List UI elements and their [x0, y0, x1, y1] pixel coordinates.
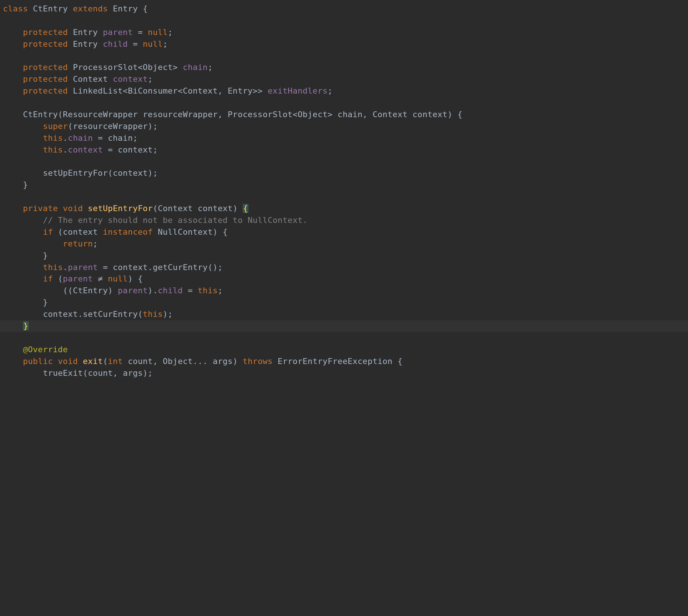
type-name: Context	[158, 204, 193, 213]
code-line: protected Entry child = null;	[0, 38, 688, 50]
keyword-super: super	[43, 122, 68, 131]
param-name: resourceWrapper	[143, 110, 218, 119]
arg-name: context	[113, 168, 148, 178]
field-name: exitHandlers	[268, 86, 328, 95]
vararg: ...	[193, 357, 208, 366]
method-name: setUpEntryFor	[88, 204, 153, 213]
keyword-this: this	[43, 263, 63, 272]
type-name: LinkedList	[73, 86, 123, 95]
code-line: private void setUpEntryFor(Context conte…	[0, 203, 688, 214]
keyword-int: int	[108, 357, 123, 366]
var-ref: chain	[108, 133, 133, 143]
operator-neq: ≠	[98, 274, 103, 283]
keyword-if: if	[43, 227, 53, 237]
type-name: Object	[298, 110, 327, 119]
code-line: if (context instanceof NullContext) {	[0, 226, 688, 238]
field-ref: context	[68, 145, 103, 154]
param-name: context	[413, 110, 448, 119]
type-name: ResourceWrapper	[63, 110, 138, 119]
blank-line	[0, 50, 688, 62]
code-line: ((CtEntry) parent).child = this;	[0, 285, 688, 297]
code-line: }	[0, 250, 688, 262]
blank-line	[0, 156, 688, 168]
type-name: Object	[143, 63, 173, 72]
keyword-throws: throws	[243, 357, 272, 366]
keyword-void: void	[63, 204, 83, 213]
field-ref: parent	[68, 263, 98, 272]
field-ref: parent	[63, 274, 93, 283]
keyword-null: null	[108, 274, 128, 283]
keyword-this: this	[43, 145, 63, 154]
param-name: count	[128, 357, 153, 366]
keyword-if: if	[43, 274, 53, 283]
code-line: protected LinkedList<BiConsumer<Context,…	[0, 85, 688, 97]
param-name: context	[198, 204, 233, 213]
keyword-protected: protected	[23, 74, 68, 84]
keyword-private: private	[23, 204, 58, 213]
code-line: if (parent ≠ null) {	[0, 273, 688, 285]
field-name: chain	[183, 63, 208, 72]
field-ref: chain	[68, 133, 93, 143]
class-name: Entry	[113, 4, 138, 13]
method-call: trueExit	[43, 368, 83, 378]
code-line: class CtEntry extends Entry {	[0, 3, 688, 15]
var-ref: context	[113, 263, 148, 272]
keyword-this: this	[43, 133, 63, 143]
code-line: CtEntry(ResourceWrapper resourceWrapper,…	[0, 109, 688, 120]
code-line: // The entry should not be associated to…	[0, 214, 688, 226]
keyword-void: void	[58, 357, 78, 366]
blank-line	[0, 191, 688, 203]
keyword-protected: protected	[23, 63, 68, 72]
code-line: trueExit(count, args);	[0, 367, 688, 379]
keyword-protected: protected	[23, 39, 68, 49]
keyword-this: this	[198, 286, 218, 295]
arg-name: args	[123, 368, 143, 378]
code-line: }	[0, 179, 688, 191]
type-name: CtEntry	[73, 286, 108, 295]
type-name: Object	[163, 357, 193, 366]
var-ref: context	[43, 309, 78, 319]
keyword-return: return	[63, 239, 93, 248]
method-call: getCurEntry	[153, 263, 208, 272]
keyword-instanceof: instanceof	[103, 227, 153, 237]
class-name: CtEntry	[33, 4, 68, 13]
code-line: }	[0, 297, 688, 308]
code-line: context.setCurEntry(this);	[0, 308, 688, 320]
type-name: ErrorEntryFreeException	[278, 357, 393, 366]
field-name: parent	[103, 28, 133, 37]
code-line-current: }	[0, 320, 688, 332]
type-name: Entry	[228, 86, 253, 95]
code-line: this.parent = context.getCurEntry();	[0, 262, 688, 273]
code-line: @Override	[0, 344, 688, 356]
keyword-protected: protected	[23, 28, 68, 37]
method-call: setUpEntryFor	[43, 168, 108, 178]
param-name: chain	[338, 110, 363, 119]
keyword-null: null	[143, 39, 163, 49]
field-name: context	[113, 74, 148, 84]
type-name: Context	[183, 86, 218, 95]
method-name: exit	[83, 357, 103, 366]
code-line: this.context = context;	[0, 144, 688, 156]
blank-line	[0, 97, 688, 109]
keyword-extends: extends	[73, 4, 108, 13]
type-name: Context	[372, 110, 407, 119]
type-name: Entry	[73, 39, 98, 49]
var-ref: context	[118, 145, 153, 154]
type-name: NullContext	[158, 227, 213, 237]
type-name: BiConsumer	[128, 86, 178, 95]
type-name: ProcessorSlot	[73, 63, 138, 72]
keyword-null: null	[148, 28, 168, 37]
type-name: Context	[73, 74, 108, 84]
field-name: child	[103, 39, 128, 49]
comment-text: // The entry should not be associated to…	[43, 216, 307, 225]
type-name: ProcessorSlot	[228, 110, 293, 119]
constructor-name: CtEntry	[23, 110, 58, 119]
keyword-this: this	[143, 309, 163, 319]
keyword-protected: protected	[23, 86, 68, 95]
brace-open-highlight: {	[243, 204, 249, 213]
code-line: super(resourceWrapper);	[0, 120, 688, 132]
param-name: args	[213, 357, 233, 366]
keyword-public: public	[23, 357, 53, 366]
code-editor[interactable]: class CtEntry extends Entry { protected …	[0, 3, 688, 379]
code-line: protected Context context;	[0, 73, 688, 85]
